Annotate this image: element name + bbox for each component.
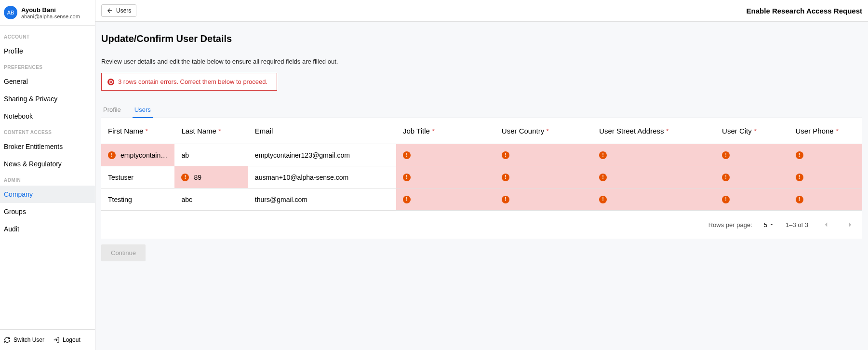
tab-profile[interactable]: Profile (101, 102, 123, 118)
rows-per-page-label: Rows per page: (708, 221, 752, 229)
col-first-name: First Name * (101, 118, 174, 144)
cell-first-name[interactable]: Ttesting (101, 188, 174, 210)
user-email: abani@alpha-sense.com (21, 13, 80, 19)
error-icon: ! (502, 151, 509, 159)
cell-first-name[interactable]: Testuser (101, 166, 174, 188)
sidebar-item-news[interactable]: News & Regulatory (0, 155, 95, 173)
cell-job[interactable]: ! (396, 144, 495, 166)
page-title: Enable Research Access Request (747, 7, 862, 15)
error-icon: ! (599, 151, 607, 159)
error-icon: ! (502, 196, 509, 203)
error-icon: ! (796, 151, 803, 159)
error-icon: ! (599, 196, 607, 203)
error-icon: ! (599, 174, 607, 181)
cell-last-name[interactable]: abc (174, 188, 248, 210)
col-email: Email (248, 118, 396, 144)
col-job-title: Job Title * (396, 118, 495, 144)
cell-job[interactable]: ! (396, 188, 495, 210)
cell-phone[interactable]: ! (789, 166, 863, 188)
error-icon: ! (722, 174, 730, 181)
error-icon: ! (108, 151, 116, 159)
cell-country[interactable]: ! (495, 144, 592, 166)
cell-addr[interactable]: ! (592, 144, 715, 166)
error-banner-icon (107, 79, 114, 85)
cell-email[interactable]: emptycontainer123@gmail.com (248, 144, 396, 166)
error-icon: ! (722, 196, 730, 203)
cell-city[interactable]: ! (715, 188, 788, 210)
table-row[interactable]: Ttestingabcthurs@gmail.com!!!!! (101, 188, 862, 211)
tab-users[interactable]: Users (133, 102, 153, 118)
page-subtext: Review user details and edit the table b… (101, 58, 862, 65)
pager: Rows per page: 5 1–3 of 3 (101, 211, 862, 239)
col-city: User City * (715, 118, 788, 144)
chevron-down-icon (769, 222, 774, 227)
pager-prev[interactable] (820, 220, 832, 229)
error-icon: ! (796, 196, 803, 203)
arrow-left-icon (107, 7, 113, 14)
table-row[interactable]: Testuser!89ausman+10@alpha-sense.com!!!!… (101, 166, 862, 188)
section-label-admin: ADMIN (0, 173, 95, 186)
col-country: User Country * (495, 118, 592, 144)
cell-email[interactable]: thurs@gmail.com (248, 188, 396, 210)
col-address: User Street Address * (592, 118, 715, 144)
sidebar-item-company[interactable]: Company (0, 186, 95, 203)
col-last-name: Last Name * (174, 118, 248, 144)
switch-user-button[interactable]: Switch User (4, 337, 44, 343)
cell-first-name[interactable]: !emptycontainer_1 (101, 144, 174, 166)
sidebar-item-notebook[interactable]: Notebook (0, 108, 95, 125)
cell-city[interactable]: ! (715, 166, 788, 188)
rows-per-page-select[interactable]: 5 (764, 221, 774, 229)
pager-range: 1–3 of 3 (786, 221, 808, 229)
error-icon: ! (796, 174, 803, 181)
cell-country[interactable]: ! (495, 166, 592, 188)
error-icon: ! (403, 174, 411, 181)
sidebar-user-header[interactable]: AB Ayoub Bani abani@alpha-sense.com (0, 0, 95, 26)
pager-next[interactable] (844, 220, 856, 229)
cell-city[interactable]: ! (715, 144, 788, 166)
topbar: Users Enable Research Access Request (95, 0, 868, 22)
error-icon: ! (403, 196, 411, 203)
cell-email[interactable]: ausman+10@alpha-sense.com (248, 166, 396, 188)
logout-label: Logout (63, 337, 80, 343)
sidebar-item-broker[interactable]: Broker Entitlements (0, 138, 95, 155)
col-phone: User Phone * (789, 118, 863, 144)
error-banner-text: 3 rows contain errors. Correct them belo… (118, 78, 267, 85)
back-button[interactable]: Users (101, 4, 136, 17)
sidebar-item-groups[interactable]: Groups (0, 203, 95, 220)
sidebar-item-general[interactable]: General (0, 73, 95, 90)
cell-country[interactable]: ! (495, 188, 592, 210)
sidebar-item-sharing[interactable]: Sharing & Privacy (0, 90, 95, 108)
logout-icon (53, 337, 60, 343)
switch-user-label: Switch User (13, 337, 44, 343)
tabs: Profile Users (101, 102, 862, 118)
error-icon: ! (722, 151, 730, 159)
cell-last-name[interactable]: !89 (174, 166, 248, 188)
back-button-label: Users (116, 7, 131, 14)
cell-last-name[interactable]: ab (174, 144, 248, 166)
sidebar-item-audit[interactable]: Audit (0, 220, 95, 238)
page-heading: Update/Confirm User Details (101, 33, 862, 44)
sidebar: AB Ayoub Bani abani@alpha-sense.com ACCO… (0, 0, 95, 350)
users-table: First Name * Last Name * Email Job Title… (101, 118, 862, 239)
swap-icon (4, 337, 11, 343)
error-icon: ! (403, 151, 411, 159)
sidebar-item-profile[interactable]: Profile (0, 42, 95, 60)
cell-phone[interactable]: ! (789, 188, 863, 210)
table-row[interactable]: !emptycontainer_1abemptycontainer123@gma… (101, 144, 862, 166)
cell-phone[interactable]: ! (789, 144, 863, 166)
section-label-content: CONTENT ACCESS (0, 125, 95, 138)
section-label-account: ACCOUNT (0, 29, 95, 42)
continue-button[interactable]: Continue (101, 244, 146, 261)
error-banner: 3 rows contain errors. Correct them belo… (101, 73, 277, 91)
section-label-preferences: PREFERENCES (0, 60, 95, 73)
error-icon: ! (181, 174, 189, 181)
cell-job[interactable]: ! (396, 166, 495, 188)
user-name: Ayoub Bani (21, 6, 80, 13)
cell-addr[interactable]: ! (592, 188, 715, 210)
error-icon: ! (502, 174, 509, 181)
avatar: AB (4, 6, 17, 19)
cell-addr[interactable]: ! (592, 166, 715, 188)
logout-button[interactable]: Logout (53, 337, 80, 343)
